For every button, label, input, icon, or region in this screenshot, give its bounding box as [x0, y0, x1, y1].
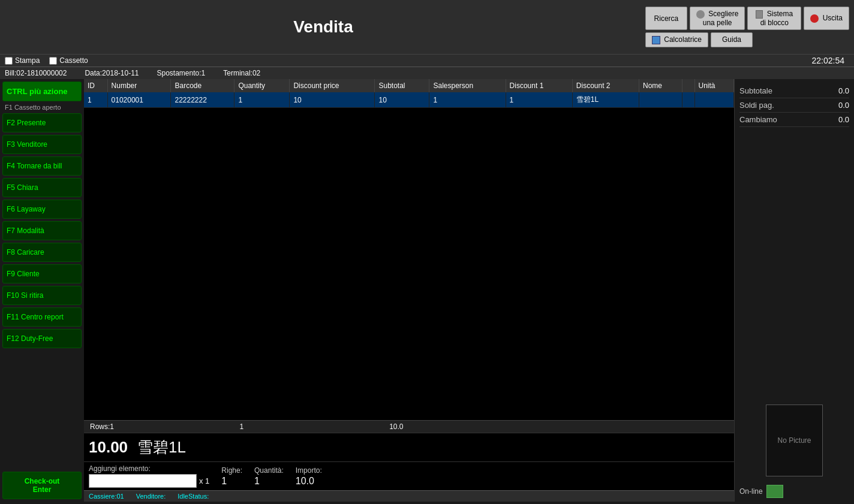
- col-extra: [682, 79, 694, 92]
- big-price-row: 10.00 雪碧1L: [84, 433, 734, 461]
- add-item-input-row: x 1: [89, 474, 209, 488]
- righe-group: Righe: 1: [221, 466, 242, 487]
- right-totals: Subtotale 0.0 Soldi pag. 0.0 Cambiamo 0.…: [735, 79, 854, 400]
- sidebar: CTRL più azione F1 Cassetto aperto F2 Pr…: [0, 79, 84, 502]
- cell-number: 01020001: [107, 92, 171, 108]
- stampa-checkbox[interactable]: [5, 57, 13, 65]
- cell-barcode: 22222222: [171, 92, 234, 108]
- idle-status: IdleStatus:: [178, 493, 209, 500]
- stampa-checkbox-label[interactable]: Stampa: [5, 56, 40, 65]
- f11-button[interactable]: F11 Centro report: [2, 307, 82, 327]
- calcolatrice-button[interactable]: Calcolatrice: [645, 32, 708, 47]
- quantita-value: 1: [254, 476, 284, 487]
- top-buttons-group: Ricerca Scegliere una pelle Sistema di b…: [645, 7, 849, 47]
- add-item-input[interactable]: [89, 474, 197, 488]
- f5-button[interactable]: F5 Chiara: [2, 178, 82, 197]
- importo-value: 10.0: [296, 476, 322, 487]
- subtotale-value: 0.0: [838, 86, 849, 95]
- col-subtotal: Subtotal: [375, 79, 429, 92]
- soldi-label: Soldi pag.: [739, 101, 774, 110]
- checkout-button[interactable]: Check-out Enter: [2, 472, 82, 499]
- col-salesperson: Salesperson: [429, 79, 506, 92]
- f10-button[interactable]: F10 Si ritira: [2, 286, 82, 305]
- footer-quantity: 1: [237, 422, 285, 431]
- items-table: ID Number Barcode Quantity Discount pric…: [84, 79, 734, 108]
- subtotale-label: Subtotale: [739, 86, 772, 95]
- cell-unita: [694, 92, 733, 108]
- title-text: Vendita: [293, 17, 353, 36]
- add-item-label: Aggiungi elemento:: [89, 464, 209, 473]
- table-footer: Rows:1 1 10.0: [84, 420, 734, 433]
- table-container: ID Number Barcode Quantity Discount pric…: [84, 79, 734, 420]
- lock-icon: [756, 10, 763, 19]
- ricerca-button[interactable]: Ricerca: [645, 7, 687, 30]
- bill-info: Bill:02-1810000002 Data:2018-10-11 Spost…: [0, 67, 854, 79]
- main-layout: CTRL più azione F1 Cassetto aperto F2 Pr…: [0, 79, 854, 502]
- col-barcode: Barcode: [171, 79, 234, 92]
- online-label: On-line: [739, 487, 763, 496]
- top-bar: Vendita Ricerca Scegliere una pelle Sist…: [0, 0, 854, 54]
- cell-discount1: 1: [506, 92, 572, 108]
- f2-button[interactable]: F2 Presente: [2, 113, 82, 132]
- col-discount1: Discount 1: [506, 79, 572, 92]
- cassetto-checkbox-label[interactable]: Cassetto: [49, 56, 88, 65]
- bill-terminal: Terminal:02: [223, 69, 260, 77]
- cell-subtotal: 10: [375, 92, 429, 108]
- subtotale-row: Subtotale 0.0: [739, 84, 849, 98]
- app-title: Vendita: [5, 17, 642, 37]
- importo-label: Importo:: [296, 466, 322, 475]
- no-picture-box: No Picture: [766, 405, 823, 476]
- cell-nome: [639, 92, 682, 108]
- quantita-label: Quantità:: [254, 466, 284, 475]
- soldi-value: 0.0: [838, 101, 849, 110]
- righe-label: Righe:: [221, 466, 242, 475]
- venditore-status: Venditore:: [136, 493, 166, 500]
- quantita-group: Quantità: 1: [254, 466, 284, 487]
- f6-button[interactable]: F6 Layaway: [2, 200, 82, 219]
- guida-button[interactable]: Guida: [711, 32, 753, 47]
- cambia-row: Cambiamo 0.0: [739, 113, 849, 127]
- f8-button[interactable]: F8 Caricare: [2, 243, 82, 262]
- cassetto-checkbox[interactable]: [49, 57, 57, 65]
- top-buttons-row1: Ricerca Scegliere una pelle Sistema di b…: [645, 7, 849, 30]
- cell-extra: [682, 92, 694, 108]
- content-area: ID Number Barcode Quantity Discount pric…: [84, 79, 734, 502]
- righe-value: 1: [221, 476, 242, 487]
- cell-quantity: 1: [234, 92, 290, 108]
- cell-salesperson: 1: [429, 92, 506, 108]
- col-unita: Unità: [694, 79, 733, 92]
- table-header-row: ID Number Barcode Quantity Discount pric…: [84, 79, 734, 92]
- big-price: 10.00: [89, 438, 128, 457]
- checkbox-row: Stampa Cassetto 22:02:54: [0, 54, 854, 67]
- scegliere-icon: [696, 10, 705, 19]
- cassiere-status: Cassiere:01: [89, 493, 124, 500]
- col-number: Number: [107, 79, 171, 92]
- online-row: On-line: [735, 481, 854, 502]
- soldi-row: Soldi pag. 0.0: [739, 98, 849, 113]
- uscita-button[interactable]: Uscita: [804, 7, 849, 30]
- f7-button[interactable]: F7 Modalità: [2, 221, 82, 240]
- cell-id: 1: [84, 92, 107, 108]
- top-buttons-row2: Calcolatrice Guida: [645, 32, 849, 47]
- importo-group: Importo: 10.0: [296, 466, 322, 487]
- online-icon: [766, 485, 783, 498]
- col-discount2: Discount 2: [572, 79, 639, 92]
- bill-date: Data:2018-10-11: [85, 69, 139, 77]
- f9-button[interactable]: F9 Cliente: [2, 264, 82, 283]
- cell-discount-price: 10: [290, 92, 375, 108]
- col-quantity: Quantity: [234, 79, 290, 92]
- f4-button[interactable]: F4 Tornare da bill: [2, 156, 82, 176]
- ctrl-button[interactable]: CTRL più azione: [2, 82, 82, 101]
- sistema-button[interactable]: Sistema di blocco: [747, 7, 801, 30]
- add-item-group: Aggiungi elemento: x 1: [89, 464, 209, 488]
- footer-rows: Rows:1: [88, 422, 136, 431]
- col-discount-price: Discount price: [290, 79, 375, 92]
- col-nome: Nome: [639, 79, 682, 92]
- bill-number: Bill:02-1810000002: [5, 69, 67, 77]
- col-id: ID: [84, 79, 107, 92]
- f12-button[interactable]: F12 Duty-Free: [2, 329, 82, 348]
- f3-button[interactable]: F3 Venditore: [2, 135, 82, 154]
- exit-icon: [810, 14, 819, 23]
- table-row[interactable]: 1 01020001 22222222 1 10 10 1 1 雪碧1L: [84, 92, 734, 108]
- scegliere-button[interactable]: Scegliere una pelle: [690, 7, 745, 30]
